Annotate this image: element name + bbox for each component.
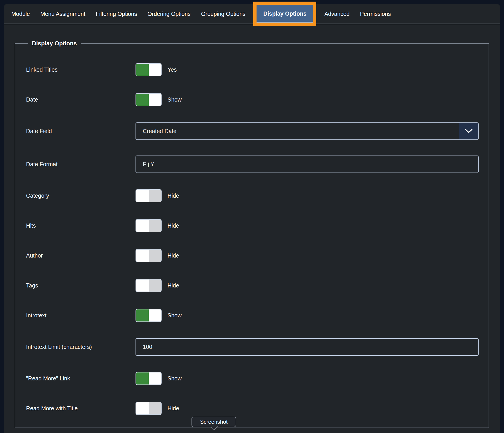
tab-permissions[interactable]: Permissions bbox=[355, 11, 396, 17]
field-label: Date Format bbox=[26, 161, 135, 167]
introtext-limit-input-wrapper bbox=[135, 338, 479, 356]
toggle-state-label: Show bbox=[167, 312, 182, 319]
form-row-linked-titles: Linked Titles Yes bbox=[26, 55, 479, 84]
read-more-with-title-toggle[interactable] bbox=[135, 402, 162, 415]
toggle-off-segment bbox=[149, 402, 161, 415]
toggle-knob-segment bbox=[136, 249, 149, 262]
field-label: Author bbox=[26, 252, 135, 259]
tab-grouping-options[interactable]: Grouping Options bbox=[196, 11, 251, 17]
field-label: "Read More" Link bbox=[26, 375, 135, 382]
toggle-knob-segment bbox=[149, 64, 161, 76]
toggle-knob-segment bbox=[149, 309, 161, 322]
toggle-state-label: Hide bbox=[167, 252, 179, 259]
date-format-input[interactable] bbox=[136, 156, 478, 173]
toggle-state-label: Hide bbox=[167, 222, 179, 229]
field-label: Hits bbox=[26, 222, 135, 229]
field-label: Introtext bbox=[26, 312, 135, 319]
hits-toggle[interactable] bbox=[135, 219, 162, 232]
field-label: Linked Titles bbox=[26, 66, 135, 73]
date-field-select[interactable]: Created Date bbox=[135, 122, 479, 140]
toggle-state-label: Hide bbox=[167, 193, 179, 199]
form-row-category: Category Hide bbox=[26, 181, 479, 211]
screenshot-tooltip: Screenshot bbox=[191, 417, 236, 427]
form-row-date-field: Date Field Created Date bbox=[26, 114, 479, 147]
field-label: Category bbox=[26, 193, 135, 199]
form-row-read-more-link: "Read More" Link Show bbox=[26, 363, 479, 393]
category-toggle[interactable] bbox=[135, 189, 162, 202]
form-row-author: Author Hide bbox=[26, 240, 479, 270]
field-label: Read More with Title bbox=[26, 405, 135, 412]
tab-bar: Module Menu Assignment Filtering Options… bbox=[4, 4, 500, 24]
field-label: Introtext Limit (characters) bbox=[26, 344, 135, 350]
form-rows: Linked Titles Yes Date Show bbox=[26, 55, 479, 423]
toggle-state-label: Hide bbox=[167, 405, 179, 412]
introtext-toggle[interactable] bbox=[135, 309, 162, 322]
select-selected-value: Created Date bbox=[136, 128, 177, 134]
toggle-state-label: Show bbox=[167, 375, 182, 382]
date-toggle[interactable] bbox=[135, 93, 162, 106]
toggle-knob-segment bbox=[149, 94, 161, 106]
settings-panel: Module Menu Assignment Filtering Options… bbox=[4, 4, 500, 433]
field-label: Date Field bbox=[26, 128, 135, 134]
chevron-down-icon[interactable] bbox=[459, 123, 478, 139]
field-label: Date bbox=[26, 96, 135, 103]
read-more-link-toggle[interactable] bbox=[135, 372, 162, 385]
tab-module[interactable]: Module bbox=[6, 11, 35, 17]
form-row-introtext: Introtext Show bbox=[26, 300, 479, 330]
toggle-on-segment bbox=[136, 64, 149, 76]
toggle-state-label: Show bbox=[167, 96, 182, 103]
toggle-knob-segment bbox=[149, 372, 161, 385]
toggle-knob-segment bbox=[136, 279, 149, 292]
tab-filtering-options[interactable]: Filtering Options bbox=[91, 11, 142, 17]
linked-titles-toggle[interactable] bbox=[135, 63, 162, 76]
form-row-introtext-limit: Introtext Limit (characters) bbox=[26, 330, 479, 363]
form-row-date-format: Date Format bbox=[26, 147, 479, 181]
tags-toggle[interactable] bbox=[135, 279, 162, 292]
toggle-on-segment bbox=[136, 372, 149, 385]
date-format-input-wrapper bbox=[135, 156, 479, 173]
toggle-state-label: Yes bbox=[167, 66, 177, 73]
active-tab-highlight-annotation: Display Options bbox=[253, 2, 316, 26]
toggle-off-segment bbox=[149, 190, 161, 202]
toggle-knob-segment bbox=[136, 190, 149, 202]
toggle-knob-segment bbox=[136, 220, 149, 232]
display-options-fieldset: Display Options Linked Titles Yes Date bbox=[15, 43, 489, 428]
toggle-off-segment bbox=[149, 220, 161, 232]
tab-display-options[interactable]: Display Options bbox=[257, 5, 313, 23]
tab-ordering-options[interactable]: Ordering Options bbox=[142, 11, 196, 17]
form-row-date: Date Show bbox=[26, 84, 479, 114]
field-label: Tags bbox=[26, 282, 135, 289]
form-row-tags: Tags Hide bbox=[26, 270, 479, 300]
toggle-off-segment bbox=[149, 249, 161, 262]
toggle-on-segment bbox=[136, 94, 149, 106]
fieldset-legend: Display Options bbox=[28, 39, 81, 47]
tab-menu-assignment[interactable]: Menu Assignment bbox=[35, 11, 91, 17]
toggle-knob-segment bbox=[136, 402, 149, 415]
form-row-hits: Hits Hide bbox=[26, 211, 479, 240]
toggle-on-segment bbox=[136, 309, 149, 322]
toggle-state-label: Hide bbox=[167, 282, 179, 289]
tab-advanced[interactable]: Advanced bbox=[319, 11, 355, 17]
form-row-read-more-with-title: Read More with Title Hide bbox=[26, 393, 479, 423]
author-toggle[interactable] bbox=[135, 249, 162, 262]
toggle-off-segment bbox=[149, 279, 161, 292]
introtext-limit-input[interactable] bbox=[136, 339, 478, 355]
